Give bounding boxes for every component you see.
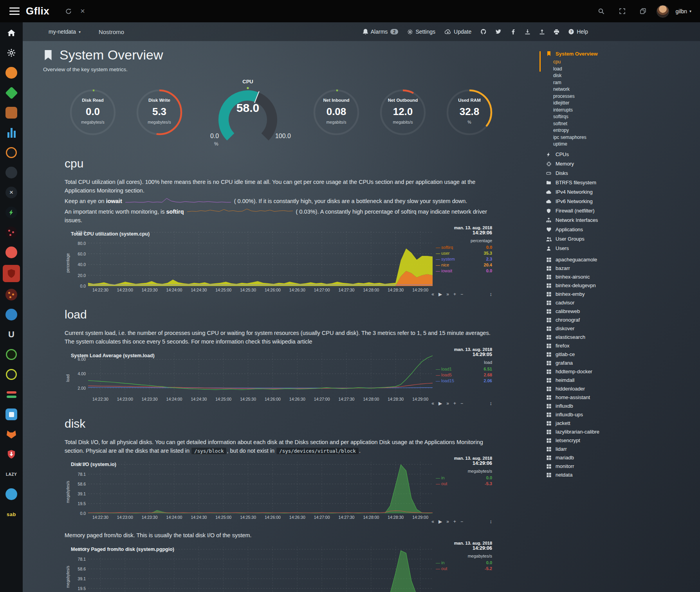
settings-icon[interactable] <box>3 45 20 60</box>
menu-app-hiddenloader[interactable]: hiddenloader <box>545 385 696 393</box>
menu-app-lazylibrarian-calibre[interactable]: lazylibrarian-calibre <box>545 428 696 436</box>
submenu-item-network[interactable]: network <box>553 86 696 93</box>
menu-app-heimdall[interactable]: heimdall <box>545 376 696 385</box>
chart-play-button[interactable]: ▶ <box>438 519 442 524</box>
chart-zoom-in-button[interactable]: + <box>453 292 456 297</box>
chart-resize-handle[interactable]: ↕ <box>490 400 493 406</box>
fullscreen-icon[interactable] <box>619 8 625 14</box>
print-button[interactable] <box>554 29 559 34</box>
menu-app-grafana[interactable]: grafana <box>545 359 696 367</box>
help-button[interactable]: ? Help <box>568 29 588 35</box>
gauge-net-outbound[interactable]: Net Outbound 12.0 megabits/s <box>379 88 427 137</box>
chart-plot-system-load[interactable] <box>88 353 433 395</box>
chart-forward-button[interactable]: » <box>446 292 449 297</box>
user-menu[interactable]: gilbn ▾ <box>675 8 691 14</box>
app-icon-red-dots[interactable] <box>3 225 20 240</box>
menu-app-firefox[interactable]: firefox <box>545 342 696 350</box>
menu-item-ipv4-networking[interactable]: IPv4 Networking <box>545 187 696 197</box>
app-icon-lazy-text[interactable]: LAZY <box>3 467 20 482</box>
submenu-item-cpu[interactable]: cpu <box>553 59 696 66</box>
chart-zoom-in-button[interactable]: + <box>453 401 456 406</box>
hamburger-menu-button[interactable] <box>9 7 20 15</box>
twitter-button[interactable] <box>496 29 501 34</box>
chart-resize-handle[interactable]: ↕ <box>490 518 493 524</box>
chart-zoom-in-button[interactable]: + <box>453 519 456 524</box>
gauge-disk-read[interactable]: Disk Read 0.0 megabytes/s <box>69 88 117 137</box>
legend-item-out[interactable]: — out-5.2 <box>436 566 492 572</box>
legend-item-out[interactable]: — out-5.3 <box>436 481 492 487</box>
menu-item-firewall-netfilter[interactable]: Firewall (netfilter) <box>545 206 696 216</box>
user-avatar[interactable] <box>657 5 669 18</box>
chart-controls[interactable]: « ▶ » + − <box>431 401 463 406</box>
chart-zoom-out-button[interactable]: − <box>460 292 463 297</box>
legend-item-load15[interactable]: — load152.06 <box>436 378 492 384</box>
tabs-icon[interactable] <box>640 8 646 14</box>
chart-rewind-button[interactable]: « <box>431 519 434 524</box>
gauge-used-ram[interactable]: Used RAM 32.8 % <box>445 88 494 137</box>
gauge-cpu[interactable]: CPU 58.0 0.0 100.0 % <box>205 79 291 146</box>
menu-item-cpus[interactable]: CPUs <box>545 150 696 159</box>
submenu-item-softnet[interactable]: softnet <box>553 121 696 128</box>
app-icon-blue-bars[interactable] <box>3 125 20 140</box>
legend-item-load1[interactable]: — load16.51 <box>436 366 492 372</box>
chart-rewind-button[interactable]: « <box>431 401 434 406</box>
app-icon-yellow-ring[interactable] <box>3 367 20 382</box>
submenu-item-disk[interactable]: disk <box>553 72 696 79</box>
update-button[interactable]: Update <box>445 29 471 35</box>
facebook-button[interactable] <box>511 29 516 34</box>
chart-zoom-out-button[interactable]: − <box>460 519 463 524</box>
menu-app-mariadb[interactable]: mariadb <box>545 453 696 462</box>
app-icon-green-diamond[interactable] <box>3 85 20 100</box>
export-button[interactable] <box>539 29 545 34</box>
chart-play-button[interactable]: ▶ <box>438 401 442 406</box>
chart-forward-button[interactable]: » <box>446 519 449 524</box>
settings-button[interactable]: Settings <box>408 29 435 35</box>
chart-zoom-out-button[interactable]: − <box>460 401 463 406</box>
menu-app-cadvisor[interactable]: cadvisor <box>545 299 696 307</box>
menu-item-user-groups[interactable]: User Groups <box>545 234 696 244</box>
menu-app-apacheguacamole[interactable]: apacheguacamole <box>545 256 696 264</box>
chart-play-button[interactable]: ▶ <box>438 292 442 297</box>
app-icon-equalizer[interactable] <box>3 387 20 402</box>
legend-item-iowait[interactable]: — iowait0.0 <box>436 268 492 274</box>
submenu-item-uptime[interactable]: uptime <box>553 141 696 148</box>
app-icon-orange-circle[interactable] <box>3 65 20 80</box>
submenu-item-ram[interactable]: ram <box>553 79 696 86</box>
app-icon-red-shield-down[interactable] <box>3 447 20 462</box>
app-icon-silver-u[interactable]: U <box>3 327 20 342</box>
menu-item-users[interactable]: Users <box>545 244 696 253</box>
legend-item-in[interactable]: — in0.0 <box>436 560 492 566</box>
app-icon-orange-ring[interactable] <box>3 145 20 160</box>
close-icon[interactable]: × <box>80 7 85 16</box>
app-icon-fox[interactable] <box>3 427 20 442</box>
menu-app-netdata[interactable]: netdata <box>545 471 696 479</box>
menu-app-hddtemp-docker[interactable]: hddtemp-docker <box>545 367 696 376</box>
github-button[interactable] <box>481 29 486 34</box>
chart-forward-button[interactable]: » <box>446 401 449 406</box>
server-dropdown[interactable]: my-netdata ▾ <box>49 29 81 35</box>
menu-app-binhex-airsonic[interactable]: binhex-airsonic <box>545 273 696 281</box>
app-icon-shield-tile[interactable] <box>3 265 20 282</box>
chart-controls[interactable]: « ▶ » + − <box>431 519 463 524</box>
legend-item-load5[interactable]: — load52.68 <box>436 372 492 378</box>
app-icon-sab-text[interactable]: sab <box>3 507 20 522</box>
submenu-item-idlejitter[interactable]: idlejitter <box>553 100 696 107</box>
app-icon-blue-circle[interactable] <box>3 307 20 322</box>
menu-app-jackett[interactable]: jackett <box>545 419 696 428</box>
app-icon-blue-drop[interactable] <box>3 487 20 502</box>
chart-controls[interactable]: « ▶ » + − <box>431 292 463 297</box>
menu-app-gitlab-ce[interactable]: gitlab-ce <box>545 350 696 359</box>
legend-item-nice[interactable]: — nice20.4 <box>436 262 492 268</box>
submenu-item-ipc-semaphores[interactable]: ipc semaphores <box>553 134 696 141</box>
menu-app-chronograf[interactable]: chronograf <box>545 316 696 324</box>
menu-item-applications[interactable]: Applications <box>545 225 696 234</box>
import-button[interactable] <box>525 29 530 34</box>
menu-app-binhex-emby[interactable]: binhex-emby <box>545 290 696 299</box>
chart-rewind-button[interactable]: « <box>431 292 434 297</box>
app-icon-bolt-circle[interactable] <box>3 205 20 220</box>
menu-app-elasticsearch[interactable]: elasticsearch <box>545 333 696 342</box>
submenu-item-processes[interactable]: processes <box>553 93 696 100</box>
menu-app-lidarr[interactable]: lidarr <box>545 445 696 453</box>
app-icon-green-ring[interactable] <box>3 347 20 362</box>
app-icon-brown-tile[interactable] <box>3 105 20 120</box>
